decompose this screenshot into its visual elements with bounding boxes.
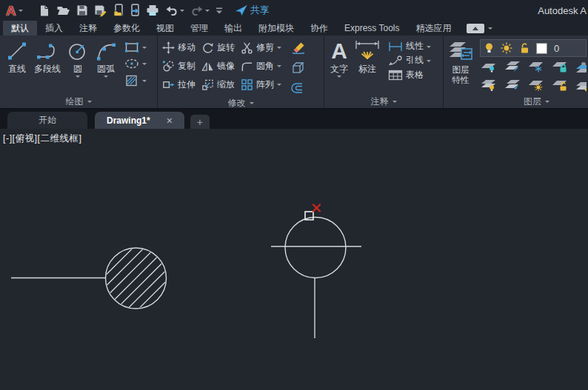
redo-button[interactable] — [190, 5, 210, 16]
close-tab-icon[interactable]: × — [167, 115, 173, 127]
layer-thaw-button[interactable] — [527, 78, 545, 94]
layer-set-current-button[interactable]: 置为当 — [575, 61, 587, 74]
ellipse-dropdown-icon[interactable] — [142, 63, 147, 65]
array-label: 阵列 — [256, 78, 274, 91]
fillet-dropdown-icon[interactable] — [277, 65, 281, 67]
panel-expand-icon[interactable] — [87, 101, 92, 103]
table-button[interactable]: 表格 — [388, 70, 431, 81]
stretch-button[interactable]: 拉伸 — [162, 76, 196, 93]
rotate-button[interactable]: 旋转 — [201, 39, 235, 56]
ribbon-tab-collaborate[interactable]: 协作 — [302, 21, 336, 36]
layer-lock-button[interactable] — [551, 60, 569, 75]
open-from-mobile-button[interactable] — [130, 4, 140, 17]
arc-icon — [95, 38, 117, 64]
save-to-mobile-button[interactable] — [113, 4, 124, 17]
layer-thaw-sun-icon — [501, 42, 512, 54]
modify-panel-title-label: 修改 — [228, 97, 246, 110]
explode-button[interactable] — [290, 61, 307, 78]
panel-expand-icon[interactable] — [250, 102, 254, 104]
array-button[interactable]: 阵列 — [241, 76, 281, 93]
layers-panel-title[interactable]: 图层 — [444, 95, 588, 108]
layer-match-button[interactable]: 匹配图 — [575, 80, 587, 93]
quick-access-toolbar: 共享 — [38, 4, 270, 17]
ribbon-tab-manage[interactable]: 管理 — [182, 21, 216, 36]
leader-button[interactable]: 引线 — [388, 56, 431, 66]
customize-quick-access-button[interactable] — [216, 7, 223, 14]
file-tab-start[interactable]: 开始 — [7, 112, 87, 129]
dimension-button[interactable]: 标注 — [351, 38, 384, 95]
app-menu-button[interactable]: A — [6, 4, 23, 18]
drawing-canvas[interactable]: [-][俯视][二维线框] — [0, 129, 588, 390]
layer-properties-button[interactable]: 图层特性 — [446, 38, 475, 95]
leader-dropdown-icon[interactable] — [427, 60, 431, 62]
hatch-button[interactable] — [124, 74, 147, 87]
arc-button[interactable]: 圆弧 — [92, 38, 120, 95]
layers-panel-title-label: 图层 — [524, 95, 541, 108]
ribbon-tab-annotate[interactable]: 注释 — [71, 21, 105, 36]
share-button[interactable]: 共享 — [235, 4, 270, 17]
layer-unlock-button[interactable] — [551, 78, 569, 94]
array-dropdown-icon[interactable] — [277, 84, 281, 86]
ribbon-display-toggle[interactable] — [467, 21, 492, 36]
scale-button[interactable]: 缩放 — [201, 76, 235, 93]
rectangle-dropdown-icon[interactable] — [142, 47, 147, 49]
panel-expand-icon[interactable] — [545, 101, 549, 103]
layer-off-button[interactable] — [480, 60, 498, 75]
ribbon-tab-view[interactable]: 视图 — [148, 21, 182, 36]
polyline-button[interactable]: 多段线 — [31, 38, 64, 95]
polyline-label: 多段线 — [34, 64, 61, 75]
hatch-dropdown-icon[interactable] — [142, 80, 147, 82]
layer-freeze-button[interactable] — [527, 60, 545, 75]
ribbon-tab-addins[interactable]: 附加模块 — [250, 21, 302, 36]
text-button[interactable]: A 文字 — [327, 38, 351, 95]
draw-panel-title[interactable]: 绘图 — [0, 95, 157, 108]
print-button[interactable] — [146, 4, 159, 16]
ribbon-tab-home[interactable]: 默认 — [3, 21, 37, 36]
linear-dimension-button[interactable]: 线性 — [388, 41, 431, 52]
circle-button[interactable]: 圆 — [64, 38, 92, 95]
save-as-button[interactable] — [94, 4, 107, 17]
layer-dropdown[interactable]: 0 — [480, 39, 587, 57]
trim-button[interactable]: 修剪 — [241, 39, 281, 56]
file-tab-drawing1[interactable]: Drawing1* × — [95, 112, 184, 129]
ribbon-tab-insert[interactable]: 插入 — [37, 21, 71, 36]
circle-dropdown-icon[interactable] — [76, 75, 80, 78]
polyline-icon — [36, 38, 59, 64]
line-button[interactable]: 直线 — [3, 38, 31, 95]
arc-dropdown-icon[interactable] — [104, 75, 108, 78]
line-icon — [6, 38, 28, 64]
panel-expand-icon[interactable] — [392, 101, 397, 103]
rectangle-button[interactable] — [124, 41, 147, 53]
plus-icon: + — [197, 116, 203, 128]
layer-all-on-button[interactable] — [480, 78, 498, 94]
undo-button[interactable] — [165, 5, 184, 16]
copy-button[interactable]: 复制 — [162, 58, 196, 75]
linear-dropdown-icon[interactable] — [427, 46, 431, 48]
move-button[interactable]: 移动 — [162, 39, 196, 56]
text-dropdown-icon[interactable] — [337, 75, 341, 78]
offset-icon — [290, 82, 307, 94]
ribbon-tab-parametric[interactable]: 参数化 — [105, 21, 148, 36]
annotation-panel-title[interactable]: 注释 — [324, 95, 443, 108]
chevron-down-icon[interactable] — [488, 27, 492, 30]
save-button[interactable] — [76, 4, 88, 16]
trim-dropdown-icon[interactable] — [277, 47, 281, 49]
fillet-button[interactable]: 圆角 — [241, 58, 281, 75]
new-file-button[interactable] — [38, 4, 50, 17]
offset-button[interactable] — [290, 82, 307, 97]
redo-dropdown-icon[interactable] — [205, 10, 210, 12]
erase-button[interactable] — [290, 41, 307, 57]
layer-isolate-button[interactable] — [504, 60, 521, 75]
layer-unisolate-button[interactable] — [504, 78, 521, 94]
ribbon-tab-featured-apps[interactable]: 精选应用 — [407, 21, 459, 36]
ellipse-icon — [124, 58, 139, 70]
ribbon-tab-express-tools[interactable]: Express Tools — [336, 21, 407, 36]
open-file-button[interactable] — [56, 4, 70, 16]
modify-panel-title[interactable]: 修改 — [158, 97, 324, 110]
new-drawing-tab-button[interactable]: + — [190, 115, 210, 129]
ellipse-button[interactable] — [124, 58, 147, 70]
ribbon-tab-output[interactable]: 输出 — [216, 21, 250, 36]
save-icon — [76, 4, 88, 16]
mirror-button[interactable]: 镜像 — [201, 58, 235, 75]
undo-dropdown-icon[interactable] — [180, 10, 184, 12]
